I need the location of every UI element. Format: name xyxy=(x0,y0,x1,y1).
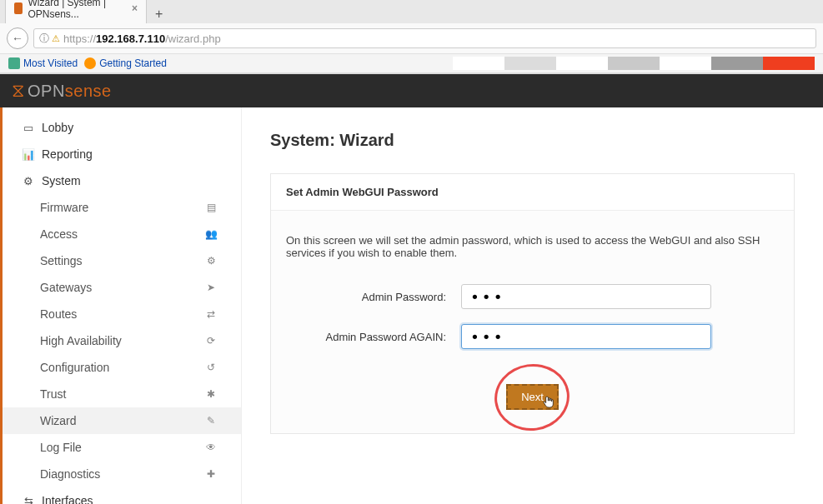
admin-password-again-input[interactable] xyxy=(461,324,711,349)
url-scheme: https:// xyxy=(63,32,96,45)
nav-label: Configuration xyxy=(40,361,198,374)
content-area: System: Wizard Set Admin WebGUI Password… xyxy=(242,107,823,504)
back-button[interactable]: ← xyxy=(7,27,28,49)
magic-icon: ✎ xyxy=(204,415,218,427)
nav-system-trust[interactable]: Trust ✱ xyxy=(0,381,241,407)
logo-text: OPNsense xyxy=(28,82,112,101)
nav-label: Diagnostics xyxy=(40,467,198,481)
url-path: /wizard.php xyxy=(165,32,220,45)
lobby-icon: ▭ xyxy=(22,122,35,134)
logo[interactable]: ⧖ OPNsense xyxy=(12,80,112,102)
browser-chrome: Wizard | System | OPNsens... × + ← ⓘ ⚠ h… xyxy=(0,0,823,74)
nav-system-wizard[interactable]: Wizard ✎ xyxy=(0,407,241,434)
system-icon: ⚙ xyxy=(22,175,35,187)
nav-label: Gateways xyxy=(40,281,198,294)
wizard-panel: Set Admin WebGUI Password On this screen… xyxy=(270,173,795,434)
row-admin-password-again: Admin Password AGAIN: xyxy=(286,324,779,349)
location-icon: ➤ xyxy=(204,282,218,293)
address-bar: ← ⓘ ⚠ https://192.168.7.110/wizard.php xyxy=(0,23,823,53)
bookmark-label: Getting Started xyxy=(99,57,167,69)
lock-warning-icon[interactable]: ⚠ xyxy=(52,33,60,44)
eye-icon: 👁 xyxy=(204,442,218,453)
nav-system-settings[interactable]: Settings ⚙ xyxy=(0,247,241,274)
browser-tab[interactable]: Wizard | System | OPNsens... × xyxy=(5,0,147,23)
page-title: System: Wizard xyxy=(270,131,795,150)
tab-title: Wizard | System | OPNsens... xyxy=(28,0,127,20)
users-icon: 👥 xyxy=(204,228,218,240)
label-admin-password-again: Admin Password AGAIN: xyxy=(286,331,461,343)
certificate-icon: ✱ xyxy=(204,388,218,400)
admin-password-input[interactable] xyxy=(461,284,711,309)
nav-label: Lobby xyxy=(42,121,73,134)
bookmark-label: Most Visited xyxy=(23,57,78,69)
label-admin-password: Admin Password: xyxy=(286,291,461,303)
tab-favicon xyxy=(14,2,23,14)
row-admin-password: Admin Password: xyxy=(286,284,779,309)
nav-label: Access xyxy=(40,227,198,241)
tab-bar: Wizard | System | OPNsens... × + xyxy=(0,0,823,23)
nav-system[interactable]: ⚙ System xyxy=(0,167,241,194)
nav-system-access[interactable]: Access 👥 xyxy=(0,221,241,247)
logo-icon: ⧖ xyxy=(12,80,24,102)
nav-system-gateways[interactable]: Gateways ➤ xyxy=(0,274,241,301)
firmware-icon: ▤ xyxy=(204,202,218,213)
nav-system-firmware[interactable]: Firmware ▤ xyxy=(0,194,241,221)
nav-interfaces[interactable]: ⇆ Interfaces xyxy=(0,487,241,504)
sidebar: ▭ Lobby 📊 Reporting ⚙ System Firmware ▤ … xyxy=(0,107,242,504)
panel-body: On this screen we will set the admin pas… xyxy=(271,211,794,433)
info-icon[interactable]: ⓘ xyxy=(39,32,49,46)
nav-reporting[interactable]: 📊 Reporting xyxy=(0,141,241,167)
bookmark-most-visited[interactable]: Most Visited xyxy=(8,57,78,69)
interfaces-icon: ⇆ xyxy=(22,495,35,505)
nav-label: Interfaces xyxy=(42,494,93,504)
new-tab-button[interactable]: + xyxy=(147,5,171,23)
nav-label: Settings xyxy=(40,254,198,267)
routes-icon: ⇄ xyxy=(204,308,218,320)
nav-system-configuration[interactable]: Configuration ↺ xyxy=(0,354,241,381)
nav-label: Routes xyxy=(40,307,198,321)
bookmark-getting-started[interactable]: Getting Started xyxy=(84,57,167,69)
sliders-icon: ⚙ xyxy=(204,255,218,267)
wizard-description: On this screen we will set the admin pas… xyxy=(286,234,779,259)
url-host: 192.168.7.110 xyxy=(96,32,165,45)
sidebar-accent xyxy=(0,107,3,504)
nav-system-logfile[interactable]: Log File 👁 xyxy=(0,434,241,461)
nav-label: Wizard xyxy=(40,414,198,427)
nav-label: System xyxy=(42,174,81,187)
color-strip xyxy=(453,57,815,70)
panel-heading: Set Admin WebGUI Password xyxy=(271,174,794,211)
nav-system-ha[interactable]: High Availability ⟳ xyxy=(0,327,241,354)
nav-label: High Availability xyxy=(40,334,198,347)
medkit-icon: ✚ xyxy=(204,468,218,480)
nav-lobby[interactable]: ▭ Lobby xyxy=(0,114,241,141)
url-input[interactable]: ⓘ ⚠ https://192.168.7.110/wizard.php xyxy=(33,28,816,48)
nav-label: Reporting xyxy=(42,147,93,161)
button-row: Next xyxy=(286,384,779,410)
next-button[interactable]: Next xyxy=(506,384,559,410)
tab-close-icon[interactable]: × xyxy=(132,2,138,14)
bookmark-icon xyxy=(8,57,20,69)
nav-label: Log File xyxy=(40,441,198,454)
history-icon: ↺ xyxy=(204,362,218,373)
nav-system-routes[interactable]: Routes ⇄ xyxy=(0,301,241,327)
reporting-icon: 📊 xyxy=(22,148,35,161)
bookmarks-bar: Most Visited Getting Started xyxy=(0,53,823,73)
app-header: ⧖ OPNsense xyxy=(0,74,823,107)
nav-label: Trust xyxy=(40,387,198,401)
firefox-icon xyxy=(84,57,96,69)
main-layout: ▭ Lobby 📊 Reporting ⚙ System Firmware ▤ … xyxy=(0,107,823,504)
refresh-icon: ⟳ xyxy=(204,335,218,347)
nav-label: Firmware xyxy=(40,201,198,214)
nav-system-diagnostics[interactable]: Diagnostics ✚ xyxy=(0,461,241,487)
